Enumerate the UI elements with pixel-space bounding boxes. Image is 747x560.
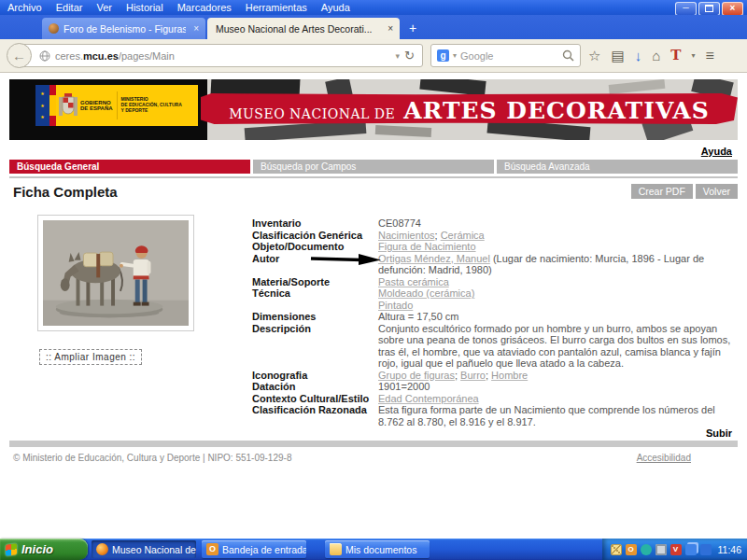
field-link[interactable]: Pasta cerámica [378,276,449,287]
field-value: Altura = 17,50 cm [378,311,732,323]
field-link[interactable]: Figura de Nacimiento [378,241,476,252]
search-icon[interactable] [562,49,574,62]
field-value: Ortigas Méndez, Manuel (Lugar de nacimie… [378,253,732,276]
restore-button[interactable] [698,2,720,16]
field-link[interactable]: Grupo de figuras [378,370,455,381]
field-row: AutorOrtigas Méndez, Manuel (Lugar de na… [252,253,732,276]
field-text: CE08774 [378,217,421,229]
outlook-tray-icon[interactable]: O [626,544,637,555]
antivirus-icon[interactable]: V [670,544,682,555]
accesibilidad-link[interactable]: Accesibilidad [637,453,691,463]
mail-icon[interactable] [611,544,622,555]
back-button[interactable]: ← [7,43,32,68]
tab-busqueda-avanzada[interactable]: Búsqueda Avanzada [497,160,738,174]
search-input[interactable]: Google [460,50,558,62]
tab-strip: Foro de Belenismo - Figuras -... × Museo… [0,15,747,39]
menu-herramientas[interactable]: Herramientas [246,2,307,13]
field-text: Altura = 17,50 cm [378,311,459,322]
field-link[interactable]: Pintado [378,300,413,311]
subir-link[interactable]: Subir [706,427,732,439]
tab-label: Museo Nacional de Artes Decorati... [207,23,380,35]
field-link[interactable]: Nacimientos [378,230,435,241]
tab-close-icon[interactable]: × [190,23,205,34]
tab-busqueda-por-campos[interactable]: Búsqueda por Campos [253,160,494,174]
hamburger-menu-icon[interactable]: ≡ [705,44,713,67]
field-link[interactable]: Ortigas Méndez, Manuel [378,253,490,264]
extension-t-icon[interactable]: T [670,44,681,67]
menu-archivo[interactable]: Archivo [7,2,42,13]
field-row: Contexto Cultural/EstiloEdad Contemporán… [252,393,732,405]
bookmarks-menu-icon[interactable]: ▤ [611,44,624,67]
menu-editar[interactable]: Editar [56,2,83,13]
tab-busqueda-general[interactable]: Búsqueda General [9,160,250,174]
url-bar[interactable]: ceres.mcu.es/pages/Main ▾ ↻ [20,44,423,67]
field-row: Materia/SoportePasta cerámica [252,276,732,288]
new-tab-button[interactable]: + [403,19,422,37]
start-label: Inicio [21,542,53,556]
browser-tab-museo[interactable]: Museo Nacional de Artes Decorati... × [207,18,400,39]
minimize-button[interactable]: ─ [675,2,697,16]
network-icon[interactable] [685,544,697,555]
toolbar-icons: ☆ ▤ ↓ ⌂ T ▾ ≡ [588,44,714,67]
home-icon[interactable]: ⌂ [652,44,660,67]
tab-close-icon[interactable]: × [384,23,400,34]
extension-dropdown-icon[interactable]: ▾ [691,44,695,67]
field-value: Edad Contemporánea [378,393,732,405]
update-icon[interactable] [700,544,712,555]
taskbar-buttons: Museo Nacional de Ar... O Bandeja de ent… [88,539,602,560]
ayuda-link[interactable]: Ayuda [701,146,732,157]
close-button[interactable]: × [722,2,743,16]
menu-marcadores[interactable]: Marcadores [177,2,232,13]
menu-ver[interactable]: Ver [96,2,112,13]
taskbar-button-bandeja[interactable]: O Bandeja de entrada -... [202,540,306,558]
google-engine-icon[interactable]: g [437,49,449,62]
field-text: 1901=2000 [378,381,430,392]
field-value: Moldeado (cerámica)Pintado [378,287,732,311]
field-link[interactable]: Cerámica [441,230,485,241]
field-value: Grupo de figuras; Burro; Hombre [378,370,732,382]
field-label: Inventario [252,217,378,230]
globe-icon [39,50,50,62]
field-label: Objeto/Documento [252,241,378,253]
messenger-icon[interactable] [641,544,652,555]
url-dropdown-icon[interactable]: ▾ [396,51,401,61]
field-label: Dimensiones [252,311,378,323]
field-row: Datación1901=2000 [252,381,732,393]
field-value: Conjunto escultórico formado por un homb… [378,323,732,370]
menu-ayuda[interactable]: Ayuda [321,2,350,13]
restore-icon [705,5,713,12]
tab-label: Foro de Belenismo - Figuras -... [63,23,186,35]
ampliar-imagen-link[interactable]: :: Ampliar Imagen :: [39,349,142,365]
field-text: Esta figura forma parte de un Nacimiento… [378,404,715,427]
browser-tab-foro[interactable]: Foro de Belenismo - Figuras -... × [42,18,205,39]
downloads-icon[interactable]: ↓ [635,44,642,67]
search-bar[interactable]: g ▾ Google [430,44,581,67]
ministerio-text: MINISTERIO DE EDUCACIÓN, CULTURA Y DEPOR… [121,97,182,113]
field-link[interactable]: Hombre [491,370,528,381]
banner-prefix: MUSEO NACIONAL DE [229,106,395,121]
display-icon[interactable] [655,544,667,555]
field-value: Nacimientos; Cerámica [378,230,732,242]
field-label: Iconografia [252,370,378,382]
field-link[interactable]: Moldeado (cerámica) [378,287,474,299]
taskbar-button-label: Bandeja de entrada -... [222,544,306,555]
field-value: Figura de Nacimiento [378,241,732,253]
menu-historial[interactable]: Historial [126,2,163,13]
volver-button[interactable]: Volver [696,184,738,199]
object-thumbnail[interactable] [37,215,194,331]
taskbar-button-label: Mis documentos [345,544,416,555]
start-button[interactable]: Inicio [0,539,88,560]
taskbar-button-museo[interactable]: Museo Nacional de Ar... [92,540,196,558]
field-link[interactable]: Burro [460,370,486,381]
field-value: CE08774 [378,217,732,230]
url-subdomain: ceres. [55,50,83,62]
gobierno-logo: ★★★ GOBIERNO DE ESPAÑA MINISTERIO DE EDU… [35,85,198,126]
bookmark-star-icon[interactable]: ☆ [588,44,600,67]
field-link[interactable]: Edad Contemporánea [378,393,479,404]
crear-pdf-button[interactable]: Crear PDF [631,184,693,199]
taskbar-button-documentos[interactable]: Mis documentos [325,540,430,558]
reload-icon[interactable]: ↻ [404,49,415,63]
banner-title: ARTES DECORATIVAS [403,97,710,124]
engine-dropdown-icon[interactable]: ▾ [453,51,457,60]
field-row: DescripciónConjunto escultórico formado … [252,323,732,370]
